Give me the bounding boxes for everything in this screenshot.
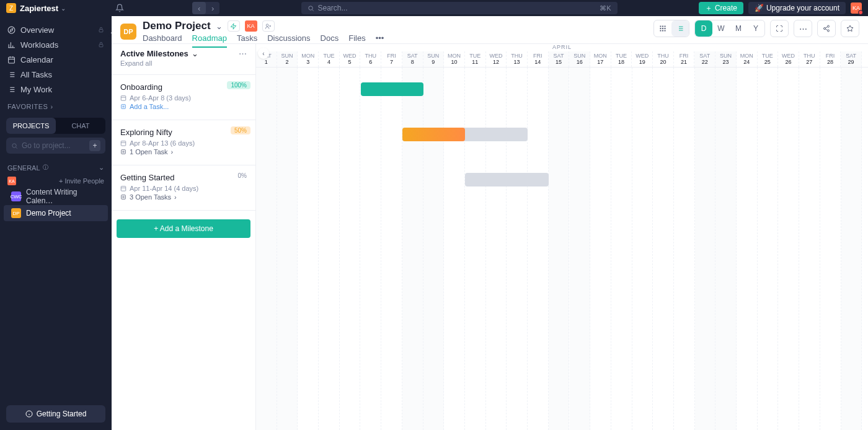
svg-line-51 [825,29,827,30]
nav-forward-button[interactable]: › [206,2,219,14]
milestone-title[interactable]: Exploring Nifty [120,128,247,137]
add-project-button[interactable]: + [89,140,100,151]
svg-rect-59 [121,141,126,146]
workspace-name[interactable]: Zapiertest [20,4,58,13]
nav-label: Workloads [20,40,58,50]
share-button[interactable] [817,20,836,37]
svg-point-49 [824,28,826,30]
list-icon [7,71,16,79]
create-button[interactable]: ＋ Create [699,2,743,14]
milestone-row: 100%OnboardingApr 6-Apr 8 (3 days)Add a … [112,75,255,120]
general-section-heading[interactable]: GENERAL ⓘ ⌄ [0,157,112,174]
milestone-tasks-link[interactable]: 1 Open Task › [120,148,247,156]
svg-point-30 [266,24,268,26]
create-label: Create [715,4,737,12]
sidebar-nav-workloads[interactable]: Workloads [0,37,112,52]
search-shortcut: ⌘K [600,4,611,12]
main-content: DP Demo Project ⌄ KA DashboardRoadmapTas… [112,16,868,430]
chevron-right-icon: › [174,193,177,201]
nav-label: All Tasks [20,70,52,79]
getting-started-button[interactable]: Getting Started [6,405,105,423]
day-header: FRI7 [381,51,402,67]
milestone-title[interactable]: Getting Started [120,173,247,182]
svg-rect-34 [662,26,663,27]
user-avatar[interactable]: KA [851,2,862,14]
sidebar-nav-all-tasks[interactable]: All Tasks [0,67,112,82]
upgrade-button[interactable]: 🚀 Upgrade your account [748,2,846,14]
day-header: WED12 [486,51,507,67]
svg-rect-4 [99,30,103,32]
zoom-group: DWMY [694,20,765,37]
svg-line-1 [312,9,313,11]
roadmap-grid[interactable]: APRIL SAT1SUN2MON3TUE4WED5THU6FRI7SAT8SU… [256,44,868,430]
segment-projects[interactable]: PROJECTS [6,118,56,134]
scroll-left-button[interactable]: ‹ [258,48,269,59]
nav-back-button[interactable]: ‹ [192,2,206,14]
zoom-m[interactable]: M [730,20,747,37]
milestone-tasks-link[interactable]: Add a Task... [120,103,247,110]
grid-view-button[interactable] [654,20,671,37]
svg-line-52 [825,27,827,28]
compass-icon [7,26,16,34]
milestone-progress-badge: 0% [234,172,250,180]
svg-point-26 [12,143,16,147]
expand-all-link[interactable]: Expand all [120,59,198,67]
svg-rect-9 [99,45,103,47]
automations-button[interactable] [228,20,240,32]
project-member-avatar[interactable]: KA [245,20,257,32]
favorites-label: FAVORITES [7,103,48,110]
more-options-button[interactable]: ⋯ [794,20,812,37]
upgrade-label: Upgrade your account [766,4,839,12]
day-header: TUE4 [319,51,340,67]
sidebar-nav-overview[interactable]: Overview [0,22,112,37]
milestone-bar[interactable] [465,173,549,186]
search-input[interactable]: Search... ⌘K [301,2,618,14]
day-header: SUN23 [715,51,737,67]
segment-chat[interactable]: CHAT [56,118,105,134]
search-placeholder: Search... [318,4,348,12]
list-view-button[interactable] [671,20,689,37]
lock-icon [98,27,104,33]
day-header: THU6 [360,51,381,67]
chevron-down-icon[interactable]: ⌄ [216,22,223,31]
svg-rect-41 [665,30,666,32]
milestone-tasks-link[interactable]: 3 Open Tasks › [120,193,247,201]
svg-point-2 [8,27,15,33]
svg-marker-29 [231,23,236,29]
zoom-y[interactable]: Y [747,20,764,37]
day-header: SUN9 [423,51,445,67]
invite-people-link[interactable]: + Invite People [59,177,104,185]
day-header: THU27 [799,51,820,67]
chevron-down-icon[interactable]: ⌄ [61,5,66,12]
zoom-w[interactable]: W [712,20,730,37]
milestone-dates: Apr 6-Apr 8 (3 days) [120,94,247,102]
roadmap-view: ‹ Active Milestones ⌄ Expand all ⋯ 100%O… [112,43,868,430]
project-label: Demo Project [26,209,71,217]
portfolio-members-row: KA + Invite People [0,174,112,188]
workspace-badge[interactable]: Z [6,3,16,13]
bell-icon[interactable] [115,4,124,12]
project-icon[interactable]: DP [120,24,136,40]
goto-project-input[interactable]: Go to project... + [6,138,105,154]
sidebar-project-demo-project[interactable]: DPDemo Project [4,205,108,221]
svg-point-50 [828,30,830,32]
add-milestone-button[interactable]: + Add a Milestone [117,219,250,238]
day-header: SAT8 [402,51,423,67]
rocket-icon: 🚀 [755,4,764,12]
day-header: THU20 [653,51,674,67]
chevron-right-icon: › [171,148,174,156]
chevron-down-icon[interactable]: ⌄ [192,49,198,58]
zoom-d[interactable]: D [695,20,712,37]
sidebar-nav-calendar[interactable]: Calendar [0,52,112,67]
fullscreen-button[interactable] [770,20,789,37]
favorites-heading[interactable]: FAVORITES › [0,97,112,114]
sidebar-project-content-writing-calen-[interactable]: CWCContent Writing Calen… [4,188,108,204]
milestone-options-button[interactable]: ⋯ [239,49,247,58]
milestone-filter[interactable]: Active Milestones [120,49,188,58]
add-member-button[interactable] [262,20,275,32]
favorite-button[interactable] [841,20,859,37]
milestone-row: 50%Exploring NiftyApr 8-Apr 13 (6 days)1… [112,120,255,165]
sidebar-nav-my-work[interactable]: My Work [0,82,112,97]
project-title[interactable]: Demo Project [143,20,211,32]
member-avatar[interactable]: KA [7,177,16,185]
